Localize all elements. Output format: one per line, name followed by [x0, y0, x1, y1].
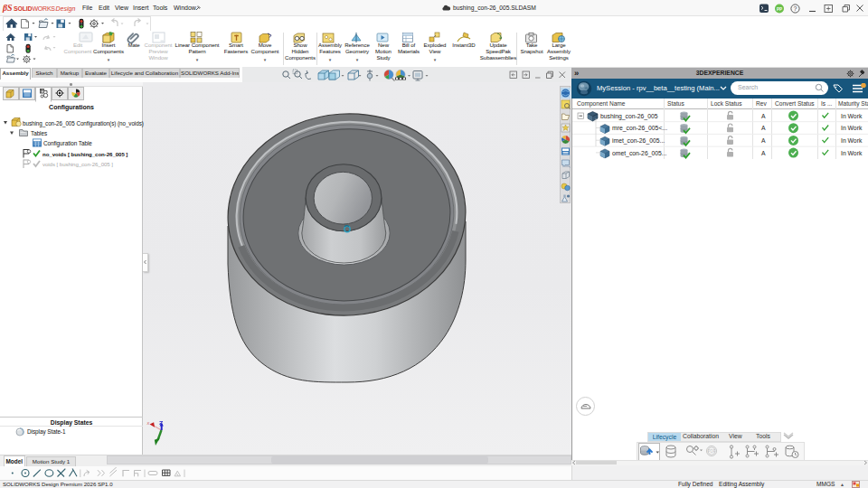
svg-text:SOLIDWORKS: SOLIDWORKS — [14, 5, 55, 12]
svg-text:In Work: In Work — [841, 150, 863, 156]
svg-text:In Work: In Work — [841, 125, 863, 131]
svg-text:PP: PP — [777, 7, 782, 12]
svg-text:mre_con-26_005<...: mre_con-26_005<... — [612, 125, 667, 132]
svg-text:omet_con-26_005...: omet_con-26_005... — [612, 150, 667, 157]
svg-text:bushing_con-26_005: bushing_con-26_005 — [600, 113, 658, 120]
svg-text:A: A — [761, 125, 766, 131]
svg-text:Design: Design — [56, 5, 76, 13]
svg-text:x: x — [146, 420, 150, 426]
svg-text:A: A — [761, 137, 766, 144]
svg-text:A: A — [761, 150, 766, 156]
svg-text:βS: βS — [2, 3, 13, 13]
svg-text:In Work: In Work — [841, 113, 863, 119]
svg-text:?: ? — [794, 5, 797, 12]
svg-text:A: A — [761, 113, 766, 119]
svg-text:imet_con-26_005...: imet_con-26_005... — [612, 137, 665, 145]
svg-text:In Work: In Work — [841, 137, 863, 144]
svg-text:PDF: PDF — [708, 449, 716, 454]
